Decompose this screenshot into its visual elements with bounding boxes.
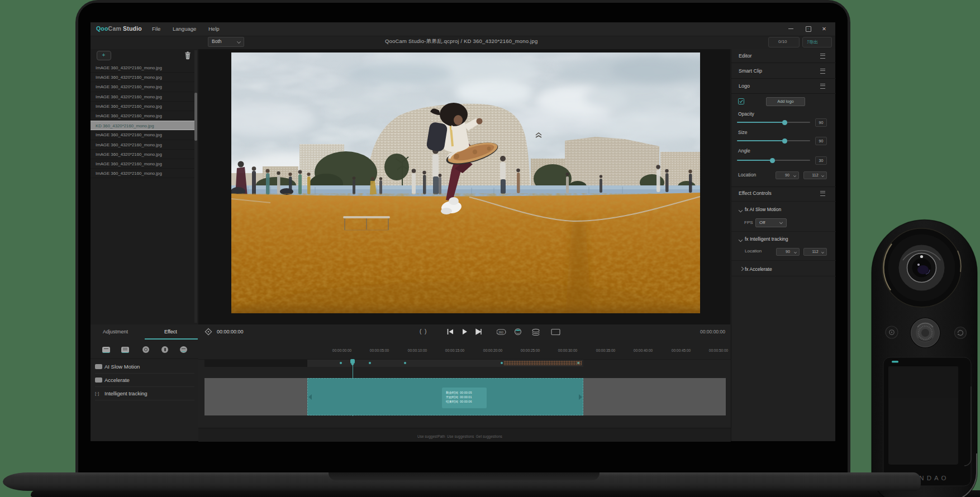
svg-text:360: 360 xyxy=(498,331,503,334)
